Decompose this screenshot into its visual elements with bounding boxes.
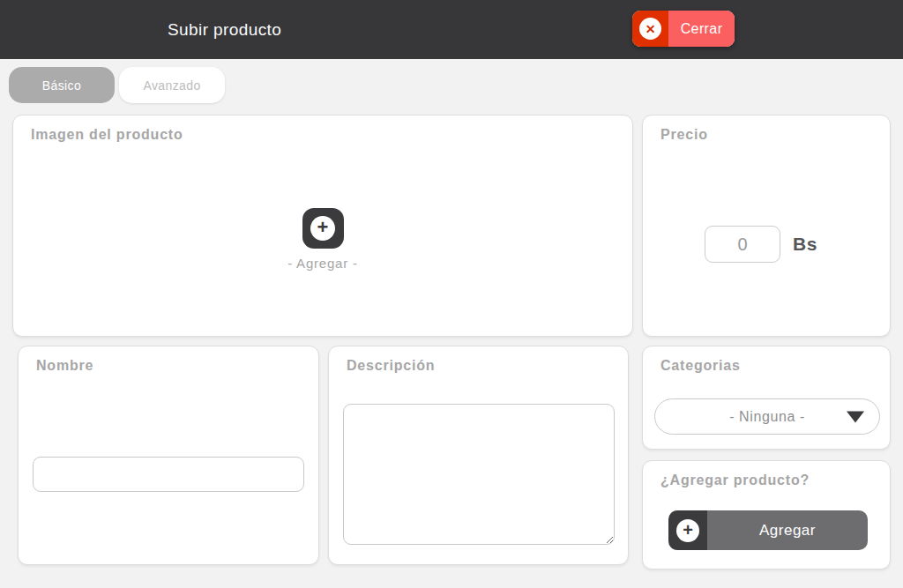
close-icon-box: ✕ <box>632 11 668 47</box>
name-panel: Nombre <box>18 346 319 565</box>
chevron-down-icon <box>847 411 864 422</box>
add-product-button-label: Agregar <box>707 510 868 550</box>
product-image-panel: Imagen del producto + - Agregar - <box>12 115 633 337</box>
close-button-label: Cerrar <box>668 11 735 47</box>
price-row: Bs <box>705 226 817 263</box>
submit-question-label: ¿Agregar producto? <box>660 473 810 488</box>
close-button[interactable]: ✕ Cerrar <box>632 11 735 47</box>
categories-label: Categorias <box>660 358 741 374</box>
description-label: Descripción <box>347 358 435 374</box>
add-image-caption: - Agregar - <box>287 256 358 271</box>
categories-select[interactable]: - Ninguna - <box>654 398 880 435</box>
description-textarea[interactable] <box>343 404 615 545</box>
price-input[interactable] <box>705 226 780 263</box>
submit-panel: ¿Agregar producto? + Agregar <box>642 460 891 569</box>
plus-icon: + <box>310 216 335 241</box>
name-label: Nombre <box>36 358 93 374</box>
currency-label: Bs <box>793 234 817 255</box>
close-icon: ✕ <box>639 18 661 40</box>
tab-basico[interactable]: Básico <box>9 67 115 103</box>
submit-plus-icon-box: + <box>668 510 707 550</box>
price-panel: Precio Bs <box>642 115 891 337</box>
tab-avanzado[interactable]: Avanzado <box>119 67 225 103</box>
categories-selected-value: - Ninguna - <box>729 409 805 425</box>
page-title: Subir producto <box>168 0 281 59</box>
image-dropzone: + - Agregar - <box>13 208 632 271</box>
price-label: Precio <box>660 127 708 143</box>
name-input[interactable] <box>33 457 304 492</box>
product-image-label: Imagen del producto <box>31 127 183 143</box>
description-panel: Descripción <box>328 346 629 565</box>
plus-icon: + <box>676 519 699 542</box>
add-product-button[interactable]: + Agregar <box>668 510 868 550</box>
add-image-button[interactable]: + <box>302 208 344 249</box>
categories-panel: Categorias - Ninguna - <box>642 346 891 450</box>
upload-product-modal: Subir producto ✕ Cerrar Básico Avanzado … <box>0 0 903 588</box>
header-bar: Subir producto ✕ Cerrar <box>0 0 903 59</box>
